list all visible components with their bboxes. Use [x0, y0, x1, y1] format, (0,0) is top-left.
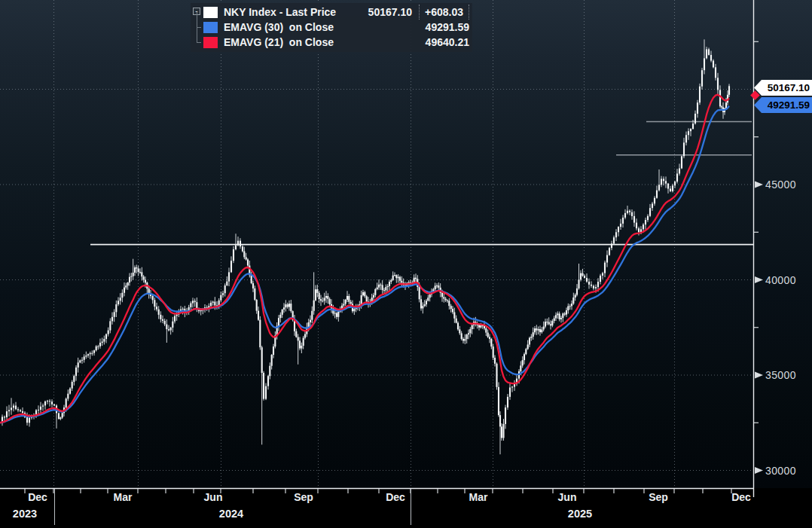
candle-body	[361, 295, 362, 304]
tree-line-branch	[197, 42, 201, 43]
candle-body	[710, 55, 712, 61]
candle-body	[168, 329, 169, 331]
candle-body	[448, 301, 450, 306]
candle-body	[26, 417, 28, 423]
candle-body	[633, 216, 635, 223]
legend-item-0[interactable]: -NKY Index - Last Price50167.10+608.03	[192, 5, 469, 20]
candle-body	[422, 306, 423, 308]
candle-body	[237, 241, 239, 246]
candle-body	[674, 182, 676, 185]
candle-body	[133, 273, 134, 276]
candle-body	[627, 211, 628, 213]
candle-body	[530, 337, 532, 338]
candle-body	[251, 275, 252, 283]
candle-body	[631, 212, 633, 216]
candle-body	[461, 333, 462, 339]
legend-item-2[interactable]: EMAVG (21) on Close49640.21	[192, 35, 469, 50]
candle-body	[688, 131, 689, 135]
bloomberg-price-chart: 45000400003500030000DecMarJunSepDecMarJu…	[0, 0, 812, 528]
candle-body	[42, 405, 44, 406]
candle-body	[398, 277, 399, 279]
legend-label: EMAVG (30) on Close	[224, 21, 334, 33]
candle-body	[389, 282, 390, 286]
candle-body	[139, 272, 141, 273]
legend-tree-glyph	[192, 35, 203, 50]
candle-body	[51, 401, 53, 404]
last-price-tag: 50167.10	[754, 80, 812, 96]
candle-body	[408, 282, 410, 283]
candle-body	[290, 304, 292, 311]
x-axis-month-label: Mar	[469, 492, 488, 503]
candle-body	[220, 295, 221, 301]
candle-body	[478, 325, 480, 328]
legend-swatch	[203, 37, 218, 48]
x-axis-month-label: Mar	[114, 492, 133, 503]
candle-body	[350, 302, 352, 304]
candle-body	[346, 296, 348, 300]
candle-body	[685, 135, 687, 142]
candle-body	[58, 413, 60, 419]
candle-body	[715, 67, 716, 78]
candle-body	[453, 313, 455, 319]
candle-body	[287, 304, 288, 307]
candle-body	[609, 248, 610, 255]
candle-body	[392, 276, 394, 280]
candle-body	[728, 86, 730, 95]
candle-body	[115, 304, 117, 312]
candle-body	[233, 249, 234, 261]
legend-item-1[interactable]: EMAVG (30) on Close49291.59	[192, 20, 469, 35]
chart-plot-area[interactable]	[0, 0, 812, 528]
candle-body	[72, 382, 73, 389]
candle-body	[618, 227, 619, 232]
candle-body	[419, 287, 420, 299]
candle-body	[301, 346, 302, 349]
candle-body	[713, 61, 714, 68]
candle-body	[121, 293, 123, 298]
candle-body	[99, 343, 101, 346]
candle-body	[324, 298, 325, 301]
candle-body	[469, 329, 471, 333]
candle-body	[75, 368, 77, 376]
candle-body	[69, 389, 71, 394]
candle-body	[20, 410, 21, 411]
candle-body	[501, 426, 502, 438]
candle-body	[701, 70, 703, 87]
candle-body	[90, 353, 91, 354]
candle-body	[114, 312, 115, 317]
candle-body	[320, 299, 322, 301]
candle-body	[595, 287, 597, 288]
candle-body	[111, 317, 113, 322]
candle-body	[382, 285, 383, 290]
candle-body	[378, 285, 380, 288]
candle-body	[462, 339, 464, 341]
candle-body	[383, 290, 385, 291]
x-axis-month-label: Dec	[28, 492, 47, 503]
x-axis-month-label: Dec	[386, 492, 405, 503]
candle-body	[235, 246, 237, 249]
candle-body	[143, 276, 145, 279]
candle-body	[533, 332, 534, 337]
candle-body	[582, 273, 583, 276]
candle-body	[445, 299, 447, 301]
candle-body	[584, 276, 585, 278]
candle-body	[420, 299, 422, 308]
candle-body	[348, 296, 350, 302]
candle-body	[645, 220, 646, 224]
candle-body	[661, 179, 662, 185]
candle-body	[259, 320, 261, 348]
candle-body	[436, 285, 438, 286]
x-axis-year-label: 2025	[568, 508, 592, 520]
candle-body	[679, 168, 680, 173]
candle-body	[395, 275, 397, 278]
candle-body	[667, 184, 669, 189]
candle-body	[170, 328, 172, 331]
candle-body	[658, 185, 660, 190]
candle-body	[200, 310, 202, 312]
candle-body	[337, 312, 339, 317]
candle-body	[38, 410, 39, 410]
candle-body	[394, 275, 395, 276]
candle-body	[681, 156, 682, 168]
candle-body	[53, 404, 55, 406]
candle-body	[230, 261, 232, 272]
candle-body	[228, 272, 230, 281]
